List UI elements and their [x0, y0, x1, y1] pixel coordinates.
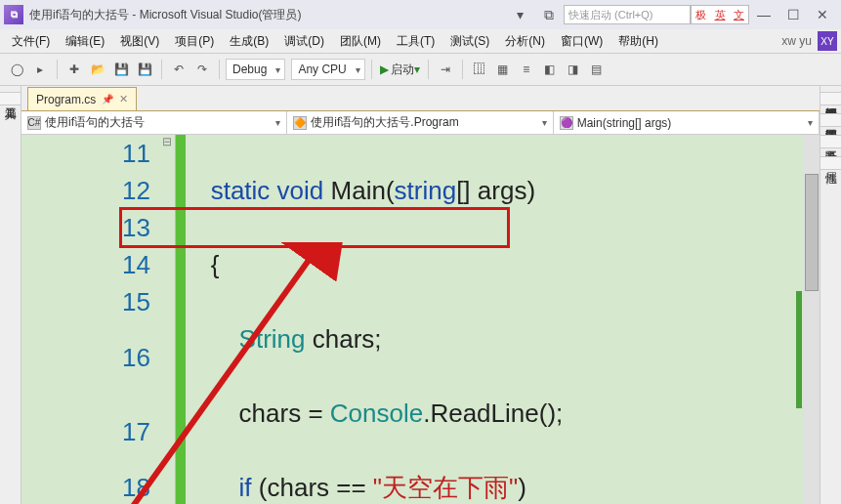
tool-b-icon[interactable]: ▦ — [492, 59, 514, 80]
save-all-icon[interactable]: 💾 — [134, 59, 155, 80]
solution-explorer-tab[interactable]: 解决方案资源管理器 — [820, 92, 841, 105]
nav-scope1-label: 使用if语句的大括号 — [45, 114, 145, 131]
change-column — [176, 135, 186, 504]
change-marker — [176, 135, 186, 504]
menu-test[interactable]: 测试(S) — [442, 33, 497, 50]
ime-c: 文 — [734, 8, 744, 22]
overview-change-marker — [796, 291, 802, 408]
document-tabs: Program.cs 📌 ✕ — [21, 86, 820, 111]
line-number: 16 — [21, 320, 158, 395]
title-bar: ⧉ 使用if语句的大括号 - Microsoft Visual Studio(管… — [0, 0, 841, 29]
new-item-icon[interactable]: ✚ — [63, 59, 85, 80]
close-button[interactable]: ✕ — [809, 5, 836, 24]
code-line: { — [189, 246, 820, 283]
tab-label: Program.cs — [36, 93, 96, 106]
tab-program-cs[interactable]: Program.cs 📌 ✕ — [27, 87, 137, 110]
menu-edit[interactable]: 编辑(E) — [58, 33, 112, 50]
code-line: chars = Console.ReadLine(); — [189, 395, 820, 432]
config-combo[interactable]: Debug — [226, 59, 285, 80]
code-line: String chars; — [189, 320, 820, 357]
quick-launch-input[interactable]: 快速启动 (Ctrl+Q) — [564, 5, 691, 24]
ime-a: 极 — [695, 8, 706, 22]
nav-scope3-label: Main(string[] args) — [577, 116, 672, 130]
menu-project[interactable]: 项目(P) — [167, 33, 222, 50]
user-name[interactable]: xw yu — [781, 34, 812, 48]
tool-a-icon[interactable]: ⿲ — [469, 59, 490, 80]
minimize-button[interactable]: — — [750, 5, 778, 24]
menu-build[interactable]: 生成(B) — [222, 33, 276, 50]
line-number: 14 — [21, 246, 158, 283]
line-number: 18 — [21, 469, 158, 504]
nav-scope-method[interactable]: 🟣Main(string[] args) — [554, 111, 820, 134]
nav-fwd-icon[interactable]: ▸ — [29, 59, 51, 80]
start-button[interactable]: ▶ 启动 ▾ — [378, 59, 422, 80]
tool-e-icon[interactable]: ◨ — [563, 59, 584, 80]
undo-icon[interactable]: ↶ — [168, 59, 189, 80]
code-view[interactable]: 11 12 13 14 15 16 17 18 19 ⊟ static void… — [21, 135, 820, 504]
menu-analyze[interactable]: 分析(N) — [497, 33, 553, 50]
save-icon[interactable]: 💾 — [110, 59, 132, 80]
editor-area: Program.cs 📌 ✕ C#使用if语句的大括号 🔶使用if语句的大括号.… — [21, 86, 820, 504]
open-icon[interactable]: 📂 — [87, 59, 108, 80]
scrollbar-thumb[interactable] — [805, 174, 819, 291]
titlebar-restore-icon[interactable]: ⧉ — [535, 5, 563, 24]
tool-f-icon[interactable]: ▤ — [586, 59, 608, 80]
redo-icon[interactable]: ↷ — [191, 59, 213, 80]
menu-debug[interactable]: 调试(D) — [276, 33, 332, 50]
line-number: 13 — [21, 209, 158, 246]
nav-bar: C#使用if语句的大括号 🔶使用if语句的大括号.Program 🟣Main(s… — [21, 111, 820, 135]
start-label: 启动 — [391, 62, 414, 78]
titlebar-dropdown-icon[interactable]: ▾ — [506, 5, 533, 24]
pin-icon[interactable]: 📌 — [102, 94, 113, 105]
diagnostics-tab[interactable]: 诊断工具 — [820, 135, 841, 148]
code-line: static void Main(string[] args) — [189, 172, 820, 209]
menu-team[interactable]: 团队(M) — [332, 33, 389, 50]
window-title: 使用if语句的大括号 - Microsoft Visual Studio(管理员… — [29, 7, 302, 23]
ime-indicator[interactable]: 极 英 文 — [691, 5, 749, 24]
line-number: 15 — [21, 283, 158, 320]
right-rail: 解决方案资源管理器 团队资源管理器 诊断工具 属性 — [820, 86, 841, 504]
nav-scope-class[interactable]: 🔶使用if语句的大括号.Program — [287, 111, 553, 134]
fold-toggle-icon[interactable]: ⊟ — [158, 135, 175, 172]
menu-file[interactable]: 文件(F) — [4, 33, 58, 50]
vs-logo-icon: ⧉ — [4, 5, 23, 24]
menu-window[interactable]: 窗口(W) — [553, 33, 610, 50]
csharp-icon: C# — [27, 116, 41, 130]
nav-scope-project[interactable]: C#使用if语句的大括号 — [21, 111, 287, 134]
tool-c-icon[interactable]: ≡ — [516, 59, 537, 80]
properties-tab[interactable]: 属性 — [820, 156, 841, 170]
toolbox-tab[interactable]: 工具箱 — [0, 92, 21, 105]
nav-scope2-label: 使用if语句的大括号.Program — [311, 114, 458, 131]
tab-close-icon[interactable]: ✕ — [119, 93, 128, 105]
platform-combo[interactable]: Any CPU — [291, 59, 364, 80]
menu-tools[interactable]: 工具(T) — [389, 33, 442, 50]
menu-bar: 文件(F) 编辑(E) 视图(V) 项目(P) 生成(B) 调试(D) 团队(M… — [0, 29, 841, 53]
nav-back-icon[interactable]: ◯ — [6, 59, 27, 80]
method-icon: 🟣 — [560, 116, 573, 130]
class-icon: 🔶 — [293, 116, 307, 130]
maximize-button[interactable]: ☐ — [779, 5, 807, 24]
line-number-gutter: 11 12 13 14 15 16 17 18 19 — [21, 135, 158, 504]
user-badge[interactable]: XY — [818, 31, 837, 51]
team-explorer-tab[interactable]: 团队资源管理器 — [820, 113, 841, 127]
ime-b: 英 — [715, 8, 726, 22]
code-line: if (chars == "天空在下雨") — [189, 469, 820, 504]
workspace: 工具箱 Program.cs 📌 ✕ C#使用if语句的大括号 🔶使用if语句的… — [0, 86, 841, 504]
fold-column: ⊟ — [158, 135, 176, 504]
step-icon[interactable]: ⇥ — [435, 59, 456, 80]
line-number: 12 — [21, 172, 158, 209]
menu-view[interactable]: 视图(V) — [112, 33, 167, 50]
code-content[interactable]: static void Main(string[] args) { String… — [186, 135, 820, 504]
menu-help[interactable]: 帮助(H) — [610, 33, 666, 50]
line-number: 11 — [21, 135, 158, 172]
line-number: 17 — [21, 395, 158, 469]
tool-d-icon[interactable]: ◧ — [539, 59, 561, 80]
toolbar: ◯ ▸ ✚ 📂 💾 💾 ↶ ↷ Debug Any CPU ▶ 启动 ▾ ⇥ ⿲… — [0, 53, 841, 86]
left-rail: 工具箱 — [0, 86, 21, 504]
